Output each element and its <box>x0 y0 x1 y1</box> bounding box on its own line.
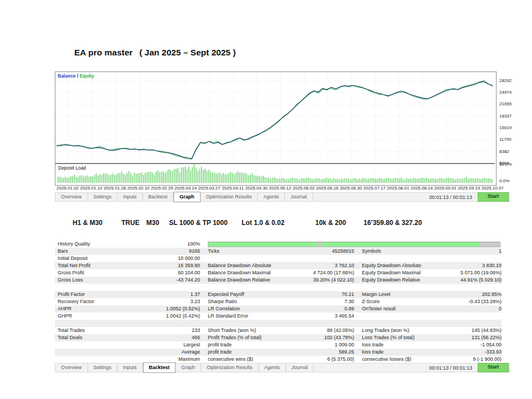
chart-canvas[interactable] <box>55 72 495 184</box>
tester-tabbar-graph: OverviewSettingsInputsBacktestGraphOptim… <box>55 192 510 202</box>
table-row: Total Trades233Short Trades (won %)88 (4… <box>55 327 502 334</box>
deposit-load-bar <box>137 173 139 183</box>
tab-overview[interactable]: Overview <box>55 193 88 201</box>
tab-inputs[interactable]: Inputs <box>117 364 143 372</box>
deposit-load-bar <box>306 177 308 183</box>
deposit-load-bar <box>405 180 406 183</box>
deposit-load-bar <box>452 178 453 183</box>
metric-value: Average <box>155 349 200 356</box>
history-quality-bar-segment <box>322 242 479 247</box>
deposit-load-bar <box>212 172 213 183</box>
deposit-load-bar <box>303 178 304 183</box>
metric-label: Short Trades (won %) <box>200 327 301 334</box>
deposit-load-bar <box>244 173 245 183</box>
tab-overview[interactable]: Overview <box>55 364 88 372</box>
metric-label: consecutive losses ($) <box>354 356 448 363</box>
report-name: EA pro master <box>74 48 132 57</box>
history-quality-bar-segment <box>318 242 322 247</box>
deposit-load-bar <box>350 180 351 183</box>
table-row: Recovery Factor3.23Sharpe Ratio7.30Z-Sco… <box>55 298 502 305</box>
x-tick-label: 2025.09.01 <box>434 186 457 191</box>
deposit-load-bar <box>419 178 420 183</box>
tab-journal[interactable]: Journal <box>285 193 313 201</box>
metric-value: 3 465.54 <box>301 313 354 320</box>
metric-label <box>200 255 301 262</box>
tab-backtest[interactable]: Backtest <box>143 193 174 201</box>
deposit-load-bar <box>399 178 400 183</box>
deposit-load-bar <box>444 179 446 183</box>
deposit-load-bar <box>237 171 238 183</box>
tabs-top: OverviewSettingsInputsBacktestGraphOptim… <box>55 193 313 201</box>
deposit-load-bar <box>480 179 482 183</box>
deposit-load-bar <box>328 178 329 183</box>
metric-value: 0.89 <box>301 305 354 313</box>
metric-value: 44.91% (5 029.10) <box>448 277 502 284</box>
deposit-load-bar <box>292 177 293 183</box>
tab-settings[interactable]: Settings <box>88 193 118 201</box>
legend-separator: / <box>76 73 80 79</box>
deposit-load-bar <box>239 172 241 183</box>
metric-value <box>448 313 502 320</box>
deposit-load-bar <box>219 172 221 183</box>
params-row: H1 & M30TRUEM30SL 1000 & TP 1000Lot 1.0 … <box>0 219 532 228</box>
deposit-load-bar <box>78 177 79 183</box>
metric-label: LR Standard Error <box>200 313 301 320</box>
metric-value: 5 071.00 (19.06%) <box>448 269 502 277</box>
metric-label: Loss Trades (% of total) <box>354 334 448 341</box>
metric-label: Equity Drawdown Maximal <box>354 269 448 277</box>
tab-graph[interactable]: Graph <box>176 364 201 372</box>
param-item: Lot 1.0 & 0.02 <box>242 219 284 227</box>
deposit-load-bar <box>361 180 362 183</box>
tab-graph[interactable]: Graph <box>173 192 201 202</box>
param-item: TRUE <box>121 219 140 227</box>
tab-settings[interactable]: Settings <box>88 364 118 372</box>
deposit-load-bar <box>65 176 66 183</box>
deposit-load-bar <box>295 178 296 183</box>
deposit-load-bar <box>98 176 99 183</box>
start-button-bottom[interactable]: Start <box>478 363 509 372</box>
deposit-load-bar <box>86 175 88 183</box>
deposit-load-bar <box>70 176 71 183</box>
tab-optimization-results[interactable]: Optimization Results <box>201 193 258 201</box>
metric-label: OnTester result <box>354 305 448 313</box>
start-button-top[interactable]: Start <box>478 192 509 202</box>
deposit-load-bar <box>263 176 264 183</box>
deposit-load-bar <box>424 178 426 183</box>
deposit-load-bar <box>203 170 204 183</box>
deposit-load-bar <box>79 176 80 183</box>
tab-journal[interactable]: Journal <box>286 364 314 372</box>
deposit-load-bar <box>439 178 440 183</box>
tab-agents[interactable]: Agents <box>258 193 285 201</box>
tab-optimization-results[interactable]: Optimization Results <box>201 364 259 372</box>
deposit-load-bar <box>415 178 416 183</box>
x-tick-label: 2025.08.14 <box>411 186 433 191</box>
deposit-load-bar <box>455 180 456 183</box>
param-item: M30 <box>146 219 159 227</box>
deposit-load-bar <box>194 164 195 183</box>
x-tick-label: 2025.02.25 <box>151 186 173 191</box>
tab-agents[interactable]: Agents <box>259 364 286 372</box>
deposit-load-bar <box>89 177 90 183</box>
tab-inputs[interactable]: Inputs <box>117 193 143 201</box>
deposit-load-bar <box>355 178 356 183</box>
deposit-load-bar <box>304 178 305 183</box>
x-tick-label: 2025.03.14 <box>175 186 197 191</box>
deposit-load-bar <box>66 178 68 183</box>
y-tick-label: 21655 <box>499 101 511 106</box>
deposit-load-bar <box>168 170 170 183</box>
metric-label: Gross Profit <box>55 269 155 277</box>
metric-value: 60 104.00 <box>155 269 200 277</box>
deposit-load-bar <box>299 180 300 183</box>
tab-backtest[interactable]: Backtest <box>143 362 176 373</box>
deposit-load-bar <box>149 172 150 183</box>
metric-label: Expected Payoff <box>200 291 301 298</box>
y-tick-label: 28292 <box>499 78 511 83</box>
deposit-load-label: Deposit Load <box>57 165 87 171</box>
deposit-load-bar <box>232 172 233 183</box>
deposit-load-bar <box>290 178 291 183</box>
metric-label: Balance Drawdown Maximal <box>200 269 301 277</box>
table-row: Profit Factor1.37Expected Payoff70.21Mar… <box>55 291 502 298</box>
deposit-load-bar <box>410 178 411 183</box>
deposit-load-bar <box>453 179 454 183</box>
balance-equity-chart[interactable]: Balance / Equity Deposit Load <box>55 71 497 186</box>
